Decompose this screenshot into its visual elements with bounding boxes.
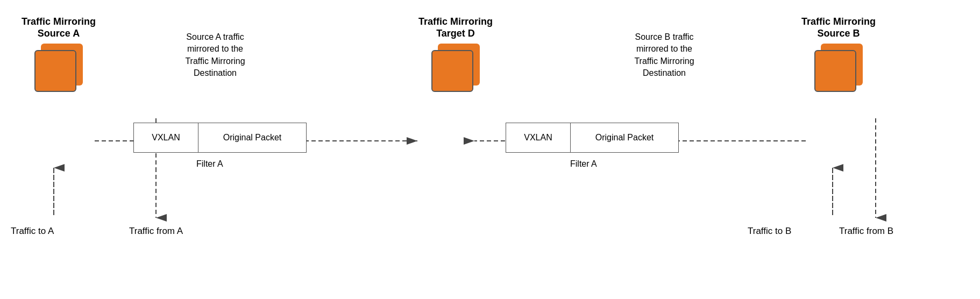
source-b-front-square (814, 50, 856, 92)
target-d-front-square (431, 50, 473, 92)
right-filter-label: Filter A (570, 159, 597, 169)
source-b-label: Traffic Mirroring Source B (801, 16, 876, 39)
traffic-to-b-label: Traffic to B (748, 226, 791, 237)
traffic-to-a-label: Traffic to A (11, 226, 54, 237)
left-vxlan-label: VXLAN (152, 133, 180, 143)
left-filter-label: Filter A (196, 159, 223, 169)
left-desc-text: Source A trafficmirrored to theTraffic M… (156, 31, 274, 80)
right-packet-box: VXLAN Original Packet (506, 123, 679, 153)
source-a-node: Traffic Mirroring Source A (22, 16, 96, 92)
source-a-icon (34, 44, 83, 92)
right-original-cell: Original Packet (571, 123, 678, 152)
right-desc-span: Source B trafficmirrored to theTraffic M… (634, 32, 694, 77)
right-original-label: Original Packet (595, 133, 654, 143)
source-b-node: Traffic Mirroring Source B (801, 16, 876, 92)
target-d-label: Traffic Mirroring Target D (418, 16, 493, 39)
left-original-label: Original Packet (223, 133, 282, 143)
left-vxlan-cell: VXLAN (134, 123, 198, 152)
right-vxlan-cell: VXLAN (506, 123, 571, 152)
right-vxlan-label: VXLAN (524, 133, 552, 143)
traffic-from-a-label: Traffic from A (129, 226, 183, 237)
left-packet-box: VXLAN Original Packet (133, 123, 307, 153)
target-d-icon (431, 44, 480, 92)
right-desc-text: Source B trafficmirrored to theTraffic M… (602, 31, 726, 80)
source-b-icon (814, 44, 863, 92)
source-a-label: Traffic Mirroring Source A (22, 16, 96, 39)
target-d-node: Traffic Mirroring Target D (418, 16, 493, 92)
traffic-from-b-label: Traffic from B (839, 226, 893, 237)
source-a-front-square (34, 50, 76, 92)
left-original-cell: Original Packet (198, 123, 306, 152)
diagram: Traffic Mirroring Source A Traffic Mirro… (0, 0, 980, 299)
left-desc-span: Source A trafficmirrored to theTraffic M… (185, 32, 245, 77)
